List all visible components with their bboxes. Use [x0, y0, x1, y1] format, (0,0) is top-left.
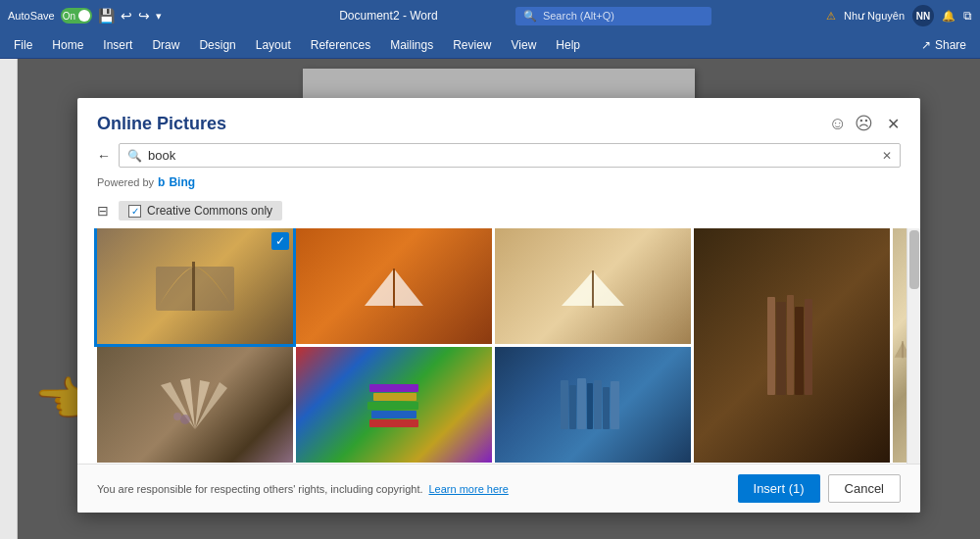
svg-point-9: [180, 415, 190, 424]
search-row: ← 🔍 ✕: [77, 143, 920, 173]
filter-icon[interactable]: ⊟: [97, 203, 109, 219]
svg-rect-8: [805, 299, 812, 395]
redo-icon[interactable]: ↪: [138, 8, 150, 24]
menu-insert[interactable]: Insert: [93, 34, 142, 56]
vertical-scrollbar[interactable]: [906, 228, 920, 464]
undo-icon[interactable]: ↩: [121, 8, 132, 24]
svg-rect-11: [369, 419, 418, 427]
image-grid: ✓: [97, 228, 912, 463]
share-label: Share: [935, 38, 966, 52]
creative-commons-filter[interactable]: ✓ Creative Commons only: [119, 201, 282, 220]
cancel-button[interactable]: Cancel: [828, 474, 901, 503]
titlebar-search-box[interactable]: 🔍 Search (Alt+Q): [515, 7, 711, 25]
svg-rect-19: [587, 383, 593, 429]
footer-buttons: Insert (1) Cancel: [738, 474, 901, 503]
autosave-label: AutoSave: [8, 10, 55, 22]
image-item-3[interactable]: [495, 228, 691, 344]
share-icon: ↗: [921, 38, 931, 52]
svg-rect-16: [561, 380, 568, 429]
titlebar: AutoSave On 💾 ↩ ↪ ▾ Document2 - Word 🔍 S…: [0, 0, 980, 31]
image-item-5[interactable]: [97, 347, 293, 463]
save-icon[interactable]: 💾: [98, 8, 115, 24]
colorful-books-svg: [360, 375, 428, 434]
svg-rect-17: [569, 385, 576, 429]
titlebar-search-area: 🔍 Search (Alt+Q): [515, 7, 718, 25]
autosave-toggle[interactable]: On: [61, 8, 92, 24]
toggle-dot: [78, 10, 90, 22]
modal-overlay: Online Pictures ☺ ☹ ✕ ← 🔍 ✕: [18, 59, 980, 539]
svg-rect-18: [577, 378, 586, 429]
ribbon-menu: File Home Insert Draw Design Layout Refe…: [0, 31, 980, 59]
search-box[interactable]: 🔍 ✕: [119, 143, 901, 168]
vertical-ruler: [0, 59, 18, 539]
image-item-1[interactable]: ✓: [97, 228, 293, 344]
svg-rect-7: [795, 307, 804, 395]
svg-rect-6: [787, 295, 794, 395]
image-1-placeholder: [97, 228, 293, 344]
learn-more-link[interactable]: Learn more here: [429, 483, 509, 495]
svg-rect-13: [368, 402, 418, 410]
document-area: 👉 Online Pictures ☺ ☹ ✕ ←: [18, 59, 980, 539]
shelf-svg: [559, 375, 627, 434]
image-3-placeholder: [495, 228, 691, 344]
bing-icon: b: [158, 175, 165, 189]
image-2-placeholder: [296, 228, 492, 344]
smiley-icon[interactable]: ☺: [829, 114, 847, 134]
bell-icon[interactable]: 🔔: [942, 10, 956, 23]
scrollbar-thumb[interactable]: [909, 230, 919, 289]
svg-rect-1: [192, 262, 195, 311]
user-name: Như Nguyên: [844, 10, 905, 23]
powered-by-row: Powered by b Bing: [77, 173, 920, 197]
share-button[interactable]: ↗ Share: [911, 35, 976, 55]
frown-icon[interactable]: ☹: [855, 113, 873, 134]
customize-icon[interactable]: ▾: [156, 10, 162, 23]
menu-layout[interactable]: Layout: [246, 34, 301, 56]
titlebar-center: Document2 - Word: [262, 9, 515, 23]
autosave-state: On: [63, 11, 75, 22]
menu-file[interactable]: File: [4, 34, 42, 56]
menu-view[interactable]: View: [502, 34, 547, 56]
menu-draw[interactable]: Draw: [142, 34, 189, 56]
menu-review[interactable]: Review: [443, 34, 501, 56]
svg-rect-20: [594, 380, 602, 429]
restore-icon[interactable]: ⧉: [963, 9, 972, 23]
book-svg-2: [355, 257, 433, 316]
image-item-6[interactable]: [296, 347, 492, 463]
menu-home[interactable]: Home: [42, 34, 93, 56]
close-button[interactable]: ✕: [881, 112, 905, 135]
book-svg-3: [554, 257, 632, 316]
creative-commons-label: Creative Commons only: [147, 204, 272, 218]
user-avatar[interactable]: NN: [912, 5, 934, 26]
menu-references[interactable]: References: [301, 34, 380, 56]
svg-rect-21: [603, 387, 610, 429]
modal-header-icons: ☺ ☹ ✕: [829, 112, 905, 135]
menu-mailings[interactable]: Mailings: [380, 34, 443, 56]
image-7-placeholder: [495, 347, 691, 463]
warning-icon: ⚠: [826, 10, 836, 23]
svg-rect-14: [373, 393, 416, 401]
search-clear-button[interactable]: ✕: [882, 149, 892, 163]
image-5-placeholder: [97, 347, 293, 463]
image-6-placeholder: [296, 347, 492, 463]
creative-commons-checkbox[interactable]: ✓: [128, 205, 141, 218]
image-item-4[interactable]: [694, 228, 890, 463]
bing-logo: Bing: [169, 175, 195, 189]
menu-design[interactable]: Design: [189, 34, 245, 56]
search-input[interactable]: [148, 148, 876, 163]
modal-header: Online Pictures ☺ ☹ ✕: [77, 98, 920, 143]
titlebar-right: ⚠ Như Nguyên NN 🔔 ⧉: [718, 5, 972, 26]
image-grid-container: ✓: [77, 228, 920, 464]
modal-footer: You are responsible for respecting other…: [77, 464, 920, 513]
image-item-7[interactable]: [495, 347, 691, 463]
online-pictures-modal: Online Pictures ☺ ☹ ✕ ← 🔍 ✕: [77, 98, 920, 513]
word-area: 👉 Online Pictures ☺ ☹ ✕ ←: [0, 59, 980, 539]
image-item-2[interactable]: [296, 228, 492, 344]
book-svg-1: [151, 252, 239, 320]
menu-help[interactable]: Help: [546, 34, 590, 56]
document-name: Document2 - Word: [339, 9, 437, 23]
back-button[interactable]: ←: [97, 148, 111, 164]
selected-checkmark: ✓: [271, 232, 289, 250]
titlebar-left: AutoSave On 💾 ↩ ↪ ▾: [8, 8, 262, 24]
insert-button[interactable]: Insert (1): [738, 474, 820, 503]
search-icon: 🔍: [127, 149, 142, 163]
